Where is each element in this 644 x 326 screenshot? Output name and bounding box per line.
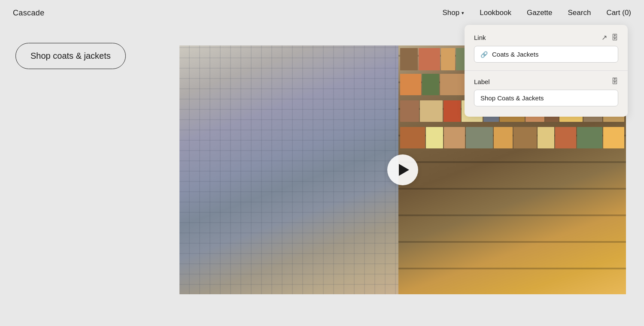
chevron-down-icon: ▾ (462, 10, 464, 16)
shop-button-container: Shop coats & jackets (15, 43, 126, 69)
label-icons: 🗄 (611, 78, 618, 85)
label-database-icon[interactable]: 🗄 (611, 78, 618, 85)
label-input[interactable] (480, 94, 612, 102)
nav-gazette[interactable]: Gazette (527, 9, 553, 17)
navbar-links: Shop ▾ Lookbook Gazette Search Cart (0) (443, 9, 631, 17)
brand-logo[interactable]: Cascade (13, 9, 45, 18)
link-input[interactable] (492, 51, 612, 58)
navbar: Cascade Shop ▾ Lookbook Gazette Search C… (0, 0, 644, 26)
database-icon[interactable]: 🗄 (611, 34, 618, 42)
play-triangle-icon (399, 164, 409, 176)
link-icons: ↗ 🗄 (601, 33, 618, 42)
link-input-container[interactable]: 🔗 (474, 46, 618, 63)
nav-cart[interactable]: Cart (0) (606, 9, 631, 17)
label-row: Label 🗄 (474, 78, 618, 85)
link-row: Link ↗ 🗄 (474, 33, 618, 42)
link-label: Link (474, 34, 486, 41)
label-input-container[interactable] (474, 90, 618, 106)
external-link-icon[interactable]: ↗ (601, 33, 607, 42)
nav-search[interactable]: Search (568, 9, 591, 17)
popup-panel: Link ↗ 🗄 🔗 Label 🗄 (465, 25, 628, 117)
link-input-icon: 🔗 (480, 51, 488, 58)
nav-shop[interactable]: Shop ▾ (443, 9, 465, 17)
books-fourth-row (398, 125, 626, 150)
popup-divider (465, 70, 628, 71)
plaid-overlay (179, 45, 398, 294)
label-label: Label (474, 78, 490, 85)
nav-lookbook[interactable]: Lookbook (480, 9, 511, 17)
shop-coats-button[interactable]: Shop coats & jackets (15, 43, 126, 69)
play-button[interactable] (387, 154, 418, 185)
